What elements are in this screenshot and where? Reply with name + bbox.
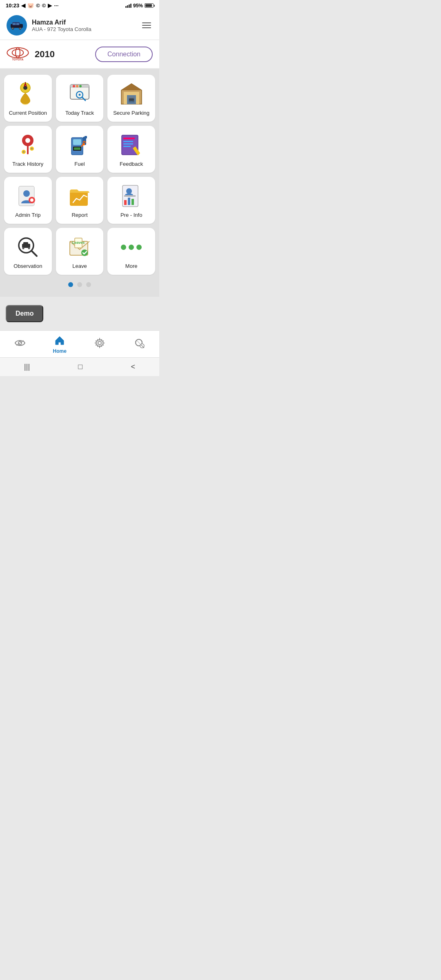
grid-item-more[interactable]: More	[107, 228, 155, 275]
grid-item-admin-trip[interactable]: Admin Trip	[4, 177, 52, 224]
more-icon	[120, 235, 143, 259]
today-track-icon	[68, 82, 91, 106]
feature-grid: Current Position Today Track	[4, 75, 155, 275]
cast2-icon: ©	[42, 2, 46, 9]
page-indicator	[4, 275, 155, 291]
svg-point-48	[82, 143, 85, 145]
user-name: Hamza Arif	[32, 19, 140, 26]
svg-point-24	[78, 94, 80, 96]
today-track-label: Today Track	[65, 110, 94, 116]
feedback-label: Feedback	[120, 161, 143, 167]
report-label: Report	[71, 212, 87, 218]
user-info: Hamza Arif AUA - 972 Toyota Corolla	[32, 19, 140, 32]
nav-item-settings[interactable]	[80, 338, 120, 351]
fuel-label: Fuel	[74, 161, 85, 167]
svg-text:Leaves: Leaves	[72, 241, 85, 245]
nav-item-search[interactable]	[120, 338, 160, 351]
grid-item-leave[interactable]: Leaves Leave	[56, 228, 104, 275]
grid-item-secure-parking[interactable]: Secure Parking	[107, 75, 155, 122]
header: Hamza Arif AUA - 972 Toyota Corolla	[0, 11, 159, 40]
page-dot-1[interactable]	[68, 282, 73, 287]
svg-point-9	[12, 49, 24, 56]
nav-item-eye[interactable]	[0, 339, 40, 350]
search-nav-icon	[134, 338, 145, 350]
more-label: More	[125, 263, 138, 269]
svg-point-76	[22, 247, 24, 249]
demo-section: Demo	[0, 297, 159, 326]
svg-point-39	[23, 151, 24, 153]
svg-point-34	[132, 100, 134, 102]
car-avatar-icon	[9, 21, 24, 30]
track-history-icon	[16, 133, 40, 157]
svg-point-22	[79, 85, 82, 87]
current-position-icon	[16, 82, 40, 106]
svg-point-61	[30, 198, 33, 202]
cast-icon: ©	[36, 2, 40, 9]
svg-rect-66	[70, 191, 88, 206]
grid-item-today-track[interactable]: Today Track	[56, 75, 104, 122]
svg-text:TOYOTA: TOYOTA	[12, 58, 24, 61]
svg-rect-31	[128, 97, 135, 98]
eye-nav-icon	[15, 339, 25, 349]
sys-nav-recent[interactable]: |||	[24, 363, 30, 371]
demo-button[interactable]: Demo	[6, 305, 43, 322]
svg-point-85	[98, 341, 101, 345]
more-status-icon: ···	[54, 2, 58, 9]
signal-icon	[125, 4, 131, 8]
svg-point-20	[73, 85, 75, 87]
svg-point-5	[20, 28, 21, 29]
sys-nav-home[interactable]: □	[78, 363, 82, 371]
alarm-icon: 🐷	[27, 2, 34, 9]
admin-trip-label: Admin Trip	[15, 212, 40, 218]
secure-parking-label: Secure Parking	[113, 110, 149, 116]
observation-icon	[16, 235, 40, 259]
connection-button[interactable]: Connection	[95, 47, 153, 62]
toyota-logo-icon: TOYOTA	[7, 45, 29, 63]
system-nav-bar: ||| □ <	[0, 357, 159, 376]
more-dot-3	[136, 245, 142, 250]
track-history-label: Track History	[12, 161, 43, 167]
grid-item-fuel[interactable]: Fuel	[56, 126, 104, 173]
svg-point-82	[81, 249, 88, 256]
leave-label: Leave	[72, 263, 87, 269]
grid-item-track-history[interactable]: Track History	[4, 126, 52, 173]
grid-item-observation[interactable]: Observation	[4, 228, 52, 275]
status-time: 10:23 ◀ 🐷 © © ▶ ···	[6, 2, 58, 9]
secure-parking-icon	[120, 82, 143, 106]
youtube-icon: ▶	[48, 2, 52, 9]
battery-icon	[145, 3, 154, 8]
grid-item-feedback[interactable]: Feedback	[107, 126, 155, 173]
svg-rect-53	[123, 141, 133, 142]
observation-label: Observation	[13, 263, 42, 269]
current-position-label: Current Position	[9, 110, 47, 116]
svg-rect-75	[23, 242, 28, 245]
settings-nav-icon	[94, 338, 105, 350]
grid-item-pre-info[interactable]: Pre - Info	[107, 177, 155, 224]
svg-rect-54	[123, 143, 133, 145]
svg-rect-72	[131, 199, 134, 205]
svg-rect-7	[16, 23, 19, 25]
nav-item-home[interactable]: Home	[40, 335, 80, 354]
pre-info-icon	[120, 184, 143, 208]
hamburger-menu-button[interactable]	[140, 21, 153, 30]
grid-item-current-position[interactable]: Current Position	[4, 75, 52, 122]
car-year: 2010	[35, 49, 95, 60]
svg-rect-44	[85, 136, 87, 138]
user-vehicle: AUA - 972 Toyota Corolla	[32, 26, 140, 32]
svg-point-59	[23, 190, 30, 197]
more-dot-1	[121, 245, 126, 250]
page-dot-2[interactable]	[77, 282, 82, 287]
svg-point-33	[129, 100, 130, 102]
svg-point-17	[25, 85, 26, 86]
svg-point-36	[25, 138, 30, 143]
more-dot-2	[129, 245, 134, 250]
sys-nav-back[interactable]: <	[131, 363, 135, 371]
time-display: 10:23	[6, 2, 19, 9]
grid-item-report[interactable]: Report	[56, 177, 104, 224]
home-nav-icon	[54, 335, 65, 347]
location-icon: ◀	[21, 2, 25, 9]
page-dot-3[interactable]	[86, 282, 91, 287]
svg-point-21	[76, 85, 78, 87]
svg-point-40	[31, 148, 33, 149]
svg-line-88	[137, 341, 140, 344]
